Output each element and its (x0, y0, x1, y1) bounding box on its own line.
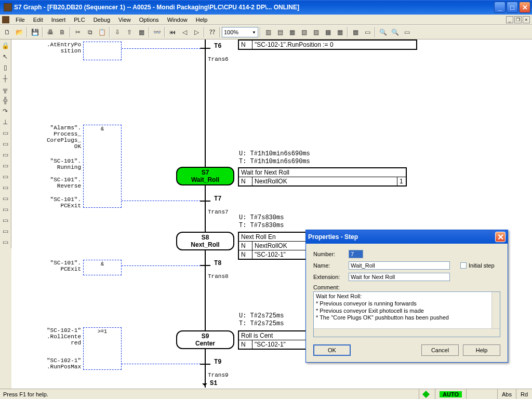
end-icon[interactable]: ⊥ (0, 117, 10, 127)
pointer-icon[interactable]: ↖ (0, 51, 10, 62)
tool-9-icon[interactable]: ▭ (0, 128, 10, 138)
mdi-minimize-button[interactable]: _ (506, 16, 513, 23)
print-preview-button[interactable]: 🗎 (57, 26, 68, 38)
trans-t6-label: T6 (214, 43, 221, 50)
dash-s9 (122, 364, 201, 364)
tool-19-icon[interactable]: ▭ (0, 237, 10, 247)
trans-insert-icon[interactable]: ┼ (0, 73, 10, 84)
copy-button[interactable]: ⧉ (84, 26, 96, 38)
tool-18-icon[interactable]: ▭ (0, 226, 10, 236)
menu-insert[interactable]: Insert (47, 16, 70, 24)
menu-help[interactable]: Help (192, 16, 212, 24)
cut-button[interactable]: ✂ (72, 26, 84, 38)
trans-t7-name: Trans7 (208, 209, 229, 215)
open-button[interactable]: 📂 (14, 26, 25, 38)
save-button[interactable]: 💾 (29, 26, 41, 38)
action-t6[interactable]: N"SC-102-1".RunPosition := 0 (238, 39, 417, 50)
maximize-button[interactable]: □ (507, 2, 518, 13)
monitor-button[interactable]: 👓 (151, 26, 163, 38)
view-btn-6[interactable]: ▩ (322, 26, 334, 38)
logic-box-t6[interactable] (83, 42, 122, 60)
menu-options[interactable]: Options (135, 16, 163, 24)
menu-view[interactable]: View (114, 16, 135, 24)
step-s9[interactable]: S9 Center (176, 330, 234, 349)
tool-10-icon[interactable]: ▭ (0, 139, 10, 149)
download-button[interactable]: ⇩ (112, 26, 123, 38)
zoom-combo[interactable]: 100%▼ (222, 27, 258, 37)
mdi-system-icon[interactable] (2, 16, 9, 23)
zoom-in-button[interactable]: 🔍 (377, 26, 389, 38)
comment-textarea[interactable]: Wait for Next Roll: * Previous conveyor … (313, 291, 500, 337)
trans-t9-mark[interactable] (200, 364, 210, 365)
mdi-restore-button[interactable]: ❐ (514, 16, 522, 23)
tool-17-icon[interactable]: ▭ (0, 215, 10, 225)
zoom-out-button[interactable]: 🔍 (389, 26, 401, 38)
dialog-titlebar[interactable]: Properties - Step ✕ (306, 230, 508, 244)
trans-t7-mark[interactable] (200, 201, 210, 202)
status-bar: Press F1 for help. AUTO Abs Rd (0, 389, 532, 399)
lock-icon[interactable]: 🔒 (0, 41, 10, 51)
mdi-close-button[interactable]: × (523, 16, 530, 23)
help-button[interactable]: Help (463, 344, 500, 356)
menu-edit[interactable]: Edit (29, 16, 47, 24)
view-btn-2[interactable]: ▤ (274, 26, 286, 38)
close-button[interactable]: ✕ (519, 2, 530, 13)
cancel-button[interactable]: Cancel (421, 344, 459, 356)
print-button[interactable]: 🖶 (45, 26, 56, 38)
window-titlebar: S7 Graph - [FB20,DB20 (Sequencer 1) -- A… (0, 0, 532, 15)
trans-t8-mark[interactable] (200, 265, 210, 266)
help-pointer-button[interactable]: ⁇ (206, 26, 218, 38)
menu-window[interactable]: Window (163, 16, 192, 24)
tool-14-icon[interactable]: ▭ (0, 182, 10, 193)
logic-box-s7[interactable]: & (83, 125, 122, 208)
new-button[interactable]: 🗋 (2, 26, 13, 38)
step-s8[interactable]: S8 Next_Roll (176, 232, 234, 250)
view-btn-4[interactable]: ▧ (298, 26, 310, 38)
action-s7[interactable]: Wait for Next Roll NNextRollOK1 (238, 167, 407, 187)
logic-box-s9[interactable]: >=1 (83, 327, 122, 370)
compile-button[interactable]: ▦ (136, 26, 147, 38)
step-insert-icon[interactable]: ▯ (0, 62, 10, 73)
tool-11-icon[interactable]: ▭ (0, 150, 10, 160)
trans-t6-mark[interactable] (200, 48, 210, 49)
nav-first-button[interactable]: ⏮ (167, 26, 178, 38)
view-btn-7[interactable]: ▦ (334, 26, 345, 38)
menu-debug[interactable]: Debug (89, 16, 114, 24)
alt-branch-icon[interactable]: ╬ (0, 95, 10, 105)
extension-input[interactable] (349, 273, 450, 281)
menu-plc[interactable]: PLC (70, 16, 89, 24)
view-btn-3[interactable]: ▦ (286, 26, 298, 38)
status-auto: AUTO (440, 391, 462, 397)
tool-16-icon[interactable]: ▭ (0, 204, 10, 215)
logic-box-t8[interactable]: & (83, 260, 122, 275)
tool-13-icon[interactable]: ▭ (0, 171, 10, 182)
menu-file[interactable]: File (11, 16, 29, 24)
view-btn-5[interactable]: ▨ (310, 26, 322, 38)
name-label: Name: (313, 262, 344, 269)
number-input[interactable] (349, 250, 363, 258)
tool-15-icon[interactable]: ▭ (0, 193, 10, 204)
action-s9[interactable]: Roll is Cent N"SC-102-1" (238, 330, 307, 350)
branch-icon[interactable]: ╦ (0, 84, 10, 95)
ok-button[interactable]: OK (313, 344, 351, 356)
s9-time-u: U: T#2s725ms (239, 312, 284, 320)
nav-next-button[interactable]: ▷ (191, 26, 202, 38)
paste-button[interactable]: 📋 (96, 26, 108, 38)
minimize-button[interactable]: _ (494, 2, 506, 13)
view-btn-1[interactable]: ▥ (262, 26, 274, 38)
initial-step-checkbox[interactable]: Initial step (460, 262, 495, 269)
scrollbar-vertical[interactable] (491, 292, 500, 328)
step-s7[interactable]: S7 Wait_Roll (176, 167, 234, 185)
dialog-close-button[interactable]: ✕ (495, 232, 506, 242)
jump-icon[interactable]: ↷ (0, 106, 10, 116)
overview-button[interactable]: ▭ (362, 26, 373, 38)
fit-window-button[interactable]: ▭ (401, 26, 413, 38)
name-input[interactable] (349, 261, 450, 270)
action-s8[interactable]: Next Roll En NNextRollOK N"SC-102-1" (238, 232, 307, 260)
menu-bar: File Edit Insert PLC Debug View Options … (0, 15, 532, 25)
tool-12-icon[interactable]: ▭ (0, 161, 10, 171)
scrollbar-horizontal[interactable] (314, 328, 500, 337)
upload-button[interactable]: ⇧ (124, 26, 135, 38)
grid-button[interactable]: ▦ (350, 26, 361, 38)
nav-prev-button[interactable]: ◁ (179, 26, 190, 38)
